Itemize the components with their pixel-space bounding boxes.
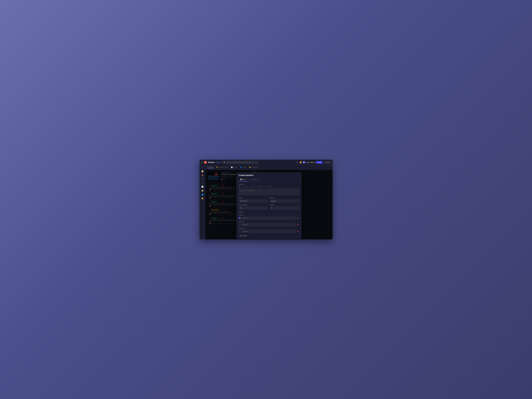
type-label: Type	[239, 197, 268, 199]
modal-title: Create question	[239, 174, 299, 176]
rte-paragraph[interactable]: ¶	[255, 186, 257, 187]
question-label: Question *	[239, 183, 299, 185]
tab-roles-label: ROLES	[242, 167, 247, 168]
brand-name: Reinforz	[208, 161, 215, 163]
rte-blockquote[interactable]: ❝	[264, 186, 265, 188]
type-select[interactable]: Multi Choice Single Choice True False Sh…	[239, 199, 268, 203]
option-1-label: Option 1 *	[239, 214, 299, 216]
add-options-button[interactable]: + Add options	[239, 234, 247, 237]
option-2-delete-icon[interactable]: 🗑	[297, 223, 299, 226]
options-section: Options Option 1 *	[239, 212, 299, 237]
option-1-radio[interactable]	[239, 217, 241, 219]
time-label: Time allocated	[239, 204, 268, 206]
modal-tab-advanced[interactable]: ⚙ ADVANCED	[248, 178, 260, 181]
option-2-input[interactable]	[242, 223, 296, 226]
option-3-input[interactable]	[242, 230, 296, 233]
username: rafatul	[306, 162, 310, 163]
time-input[interactable]	[239, 206, 268, 210]
difficulty-label: Difficulty	[270, 197, 299, 199]
quiz-button[interactable]: + Quiz	[316, 161, 323, 163]
notification-dot	[301, 161, 302, 162]
xp-badge: 964 xp	[310, 162, 315, 163]
search-bar[interactable]: 🔍 Ctrl + P	[222, 161, 258, 164]
option-3-radio[interactable]	[239, 230, 241, 232]
sidebar-folder-icon[interactable]: 📁	[201, 190, 203, 192]
tab-leaderboard-label: LEADERBOARD	[219, 167, 228, 168]
app-logo: R	[204, 161, 207, 164]
weight-group: Weight	[270, 204, 299, 210]
rte-superscript[interactable]: x²	[249, 186, 251, 187]
option-row-2: Option 2 * 🗑	[239, 221, 299, 226]
difficulty-select[interactable]: Beginner Intermediate Advanced	[270, 199, 299, 203]
tab-details[interactable]: ℹ DETAILS	[207, 167, 214, 168]
settings-icon[interactable]: ⚙	[296, 161, 298, 163]
modal-overlay: Create question 📝 BASIC ⚙ ADVANCED	[205, 170, 333, 239]
tab-details-label: DETAILS	[209, 167, 214, 168]
tab-requests-icon: 🤝	[249, 167, 251, 168]
sidebar: ⊞ 🧭 🔖 ☰ ⚙ 📊 📁 👥 🔔	[200, 165, 205, 239]
question-input[interactable]	[239, 188, 299, 195]
option-1-input[interactable]	[242, 216, 296, 220]
modal-header: Create question	[236, 172, 302, 178]
hamburger-icon[interactable]: ☰	[201, 161, 203, 163]
modal-tabs: 📝 BASIC ⚙ ADVANCED	[236, 178, 302, 181]
option-3-delete-icon[interactable]: 🗑	[297, 230, 299, 233]
sidebar-list-icon[interactable]: ☰	[202, 178, 203, 180]
rte-ordered-list[interactable]: ☰☰	[268, 186, 272, 188]
time-weight-row: Time allocated Weight	[239, 204, 299, 210]
sidebar-users-icon[interactable]: 👥	[201, 193, 203, 195]
rte-bold[interactable]: B	[239, 186, 241, 187]
modal-tab-basic[interactable]: 📝 BASIC	[239, 178, 248, 181]
rte-underline[interactable]: U	[243, 186, 245, 187]
option-2-label: Option 2 *	[239, 221, 299, 222]
tab-stats[interactable]: 📊 STATS	[231, 167, 237, 168]
sidebar-explore-icon[interactable]: 🧭	[201, 170, 203, 172]
advanced-tab-icon: ⚙	[250, 179, 251, 180]
basic-tab-label: BASIC	[242, 179, 247, 180]
sidebar-bookmark-icon[interactable]: 🔖	[201, 174, 203, 176]
rte-code[interactable]: <>	[246, 186, 248, 187]
rte-heading[interactable]: H₁	[261, 186, 263, 188]
user-info: rafatul 964 xp	[303, 161, 315, 164]
sidebar-bell-icon[interactable]: 🔔	[201, 197, 203, 199]
content-area: ℹ DETAILS 🏆 LEADERBOARD 📊 STATS 👤 ROLES …	[205, 165, 333, 239]
option-1-input-row: 🗑	[239, 216, 299, 220]
option-row-1: Option 1 * 🗑	[239, 214, 299, 220]
body-area: software-engineering Software Architectu…	[205, 170, 333, 239]
rte-italic[interactable]: I	[241, 186, 242, 187]
type-difficulty-row: Type Multi Choice Single Choice True Fal…	[239, 197, 299, 203]
option-3-label: Option 3 *	[239, 228, 299, 229]
options-title: Options	[239, 212, 299, 213]
type-group: Type Multi Choice Single Choice True Fal…	[239, 197, 268, 203]
help-icon[interactable]: ?	[294, 161, 295, 163]
rte-unordered-list[interactable]: ☰	[266, 186, 268, 188]
tab-leaderboard[interactable]: 🏆 LEADERBOARD	[216, 167, 228, 168]
search-icon: 🔍	[224, 162, 225, 163]
rte-subscript[interactable]: X₂	[252, 186, 254, 188]
create-question-modal: Create question 📝 BASIC ⚙ ADVANCED	[236, 172, 302, 239]
tabs-bar: ℹ DETAILS 🏆 LEADERBOARD 📊 STATS 👤 ROLES …	[205, 165, 333, 170]
rte-divider-2	[254, 186, 254, 187]
option-2-radio[interactable]	[239, 224, 241, 226]
avatar	[303, 161, 305, 164]
weight-label: Weight	[270, 204, 299, 206]
weight-input[interactable]	[270, 206, 299, 210]
sidebar-settings-icon[interactable]: ⚙	[202, 182, 203, 184]
tab-requests[interactable]: 🤝 REQUESTS	[249, 167, 259, 168]
option-2-input-row: 🗑	[239, 223, 299, 226]
explore-link[interactable]: Explore	[216, 162, 221, 163]
option-row-3: Option 3 * 🗑	[239, 228, 299, 233]
modal-body: Question * B I U <> x² X₂	[236, 181, 302, 239]
search-input[interactable]	[226, 162, 252, 163]
tab-requests-label: REQUESTS	[251, 167, 259, 168]
notification-icon[interactable]: 🔔	[299, 161, 302, 163]
sidebar-analytics-icon[interactable]: 📊	[201, 186, 203, 188]
rte-numbered-list[interactable]: 101	[257, 186, 260, 187]
time-group: Time allocated	[239, 204, 268, 210]
option-1-delete-icon[interactable]: 🗑	[297, 217, 299, 219]
tab-stats-icon: 📊	[231, 167, 233, 168]
sidebar-home-icon[interactable]: ⊞	[202, 167, 203, 168]
logout-button[interactable]: Logout	[324, 161, 331, 164]
tab-stats-label: STATS	[233, 167, 237, 168]
tab-roles[interactable]: 👤 ROLES	[240, 167, 247, 168]
